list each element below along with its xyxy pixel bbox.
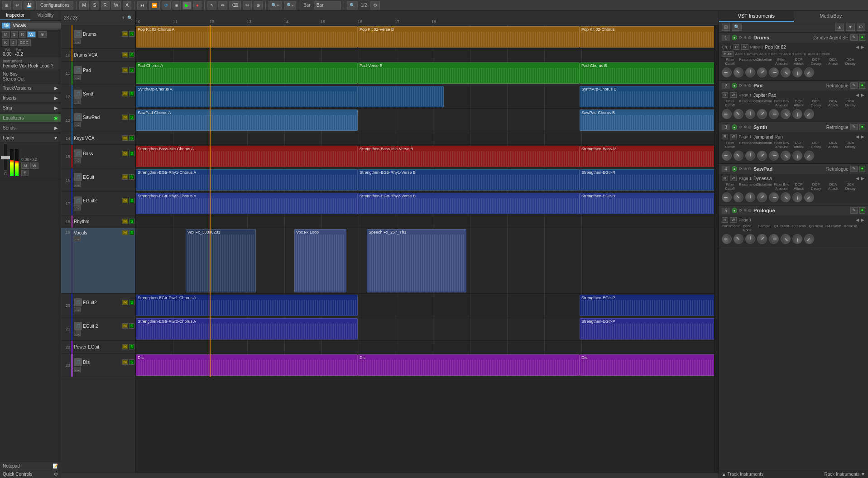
toolbar-glue-btn[interactable]: ⊕ <box>254 1 263 10</box>
vst-power-1[interactable]: ● <box>732 83 737 88</box>
toolbar-mode-s[interactable]: S <box>91 1 99 10</box>
arr-track-power-eguit[interactable] <box>136 341 714 354</box>
clip-2-2[interactable]: Pad-Chorus B <box>580 62 714 84</box>
clip-14-0[interactable]: Dis <box>136 354 358 376</box>
vst-icon-1-1[interactable]: ❄ <box>743 83 747 88</box>
track-extra-btn-6[interactable]: … <box>74 158 81 163</box>
vst-knob-2-6[interactable] <box>792 151 802 161</box>
toolbar-zoom-in[interactable]: 🔍+ <box>269 1 282 10</box>
track-solo-11[interactable]: S <box>129 300 134 305</box>
vst-knob-3-3[interactable] <box>755 190 769 204</box>
vst-icon-0-0[interactable]: ⟳ <box>739 35 743 40</box>
vst-icon-3-1[interactable]: ❄ <box>743 167 747 171</box>
vst-nav-next-1[interactable]: ▶ <box>860 93 865 97</box>
clip-3-2[interactable]: SynthArp-Chorus B <box>580 86 714 107</box>
vst-icon-4-0[interactable]: ⟳ <box>739 208 743 213</box>
clip-2-1[interactable]: Pad-Verse B <box>358 62 580 84</box>
toolbar-undo-btn[interactable]: ↩ <box>13 1 22 10</box>
arr-track-vocals[interactable]: Vox Fx_38038281Vox Fx LoopSpeech Fx_257_… <box>136 228 714 294</box>
arr-track-drums[interactable]: Pop Kit 02-Chorus APop Kit 02-Verse BPop… <box>136 25 714 49</box>
clip-6-0[interactable]: Strengthen-Bass-Mic-Chorus A <box>136 146 358 167</box>
vst-W-btn-3[interactable]: W <box>730 176 737 181</box>
toolbar-cursor-btn[interactable]: ↖ <box>207 1 216 10</box>
vst-knob-3-0[interactable] <box>722 192 732 202</box>
track-extra-btn-14[interactable]: … <box>74 367 81 372</box>
insp-btn-m[interactable]: M <box>2 31 10 38</box>
vst-knob-1-7[interactable] <box>802 107 816 121</box>
vst-active-btn-4[interactable]: ● <box>859 207 865 214</box>
vst-R-btn-4[interactable]: R <box>722 217 728 223</box>
track-list-item-sawpad[interactable]: 13🎵SawPadMS… <box>61 109 135 132</box>
vst-knob-3-7[interactable] <box>802 190 816 204</box>
vst-knob-1-1[interactable] <box>731 107 745 121</box>
vst-add-btn[interactable]: ⊞ <box>722 24 730 31</box>
notepad-header[interactable]: Notepad 📝 <box>0 462 61 470</box>
arr-track-sawpad[interactable]: SawPad-Chorus ASawPad-Chorus B <box>136 109 714 132</box>
track-mute-0[interactable]: M <box>122 31 128 37</box>
vertical-scrollbar[interactable] <box>714 25 719 473</box>
track-mute-3[interactable]: M <box>122 91 128 96</box>
track-list-item-vocals[interactable]: 19VocalsMS… <box>61 228 135 294</box>
track-list-item-bass[interactable]: 15🎵BassMS… <box>61 145 135 168</box>
track-list-item-drums-vca[interactable]: 10Drums VCAMS <box>61 49 135 62</box>
vst-active-btn-1[interactable]: ● <box>859 82 865 89</box>
insp-btn-ccc[interactable]: CCC <box>18 39 31 46</box>
toolbar-scissors-btn[interactable]: ✂ <box>243 1 252 10</box>
track-list-item-rhythm[interactable]: 18RhythmMS <box>61 215 135 228</box>
vst-icon-2-0[interactable]: ⟳ <box>739 125 743 129</box>
arrangement-view[interactable]: Pop Kit 02-Chorus APop Kit 02-Verse BPop… <box>136 25 714 473</box>
clip-12-0[interactable]: Strengthen-EGtr-Pwr2-Chorus A <box>136 318 358 339</box>
track-instruments-label[interactable]: ▲ Track Instruments <box>722 472 763 477</box>
vst-power-4[interactable]: ● <box>732 208 737 213</box>
vst-active-btn-0[interactable]: ● <box>859 34 865 41</box>
inspector-tab-visibility[interactable]: Visibility <box>30 11 61 20</box>
vst-icon-1-0[interactable]: ⟳ <box>739 83 743 88</box>
tab-mediabay[interactable]: MediaBay <box>794 11 868 22</box>
toolbar-transport-cycle[interactable]: ⟳ <box>162 1 171 10</box>
track-list-item-synth[interactable]: 12🎵SynthMS… <box>61 85 135 109</box>
vst-icon-4-2[interactable]: ⊙ <box>748 208 752 213</box>
vst-knob-2-7[interactable] <box>802 148 816 163</box>
vst-knob-1-4[interactable] <box>769 109 779 119</box>
clip-8-2[interactable]: Strengthen-EGtr-R <box>580 193 714 214</box>
sends-header[interactable]: Sends ▶ <box>0 124 61 132</box>
vst-knob-4-7[interactable] <box>802 232 816 246</box>
vst-knob-4-4[interactable] <box>769 234 779 244</box>
vst-knob-2-3[interactable] <box>755 148 769 163</box>
toolbar-transport-record[interactable]: ● <box>193 1 201 10</box>
vst-knob-3-6[interactable] <box>792 192 802 202</box>
strip-header[interactable]: Strip ▶ <box>0 104 61 112</box>
arr-track-eguit2[interactable]: Strengthen-EGtr-Pwr1-Chorus AStrengthen-… <box>136 294 714 317</box>
arr-track-pad[interactable]: Pad-Chorus APad-Verse BPad-Chorus B <box>136 62 714 85</box>
vst-knob-1-3[interactable] <box>755 107 769 121</box>
track-solo-3[interactable]: S <box>129 91 134 96</box>
track-mute-14[interactable]: M <box>122 359 128 365</box>
toolbar-settings-btn[interactable]: ⚙ <box>370 1 380 10</box>
toolbar-transport-play[interactable]: ▶ <box>182 1 192 10</box>
vst-nav-prev-3[interactable]: ◀ <box>855 176 860 181</box>
vst-edit-btn-1[interactable]: ✎ <box>850 82 858 89</box>
vst-power-3[interactable]: ● <box>732 166 737 172</box>
track-mute-7[interactable]: M <box>122 174 128 180</box>
inspector-tab-inspector[interactable]: Inspector <box>0 11 30 20</box>
vst-R-btn-1[interactable]: R <box>722 92 728 98</box>
vst-icon-3-2[interactable]: ⊙ <box>748 167 752 171</box>
vst-knob-1-6[interactable] <box>792 109 802 119</box>
vst-nav-prev-0[interactable]: ◀ <box>855 45 860 49</box>
track-mute-4[interactable]: M <box>122 115 128 120</box>
track-mute-1[interactable]: M <box>122 52 128 57</box>
vst-knob-2-0[interactable] <box>722 151 732 161</box>
track-solo-10[interactable]: S <box>129 230 134 235</box>
vst-knob-1-5[interactable] <box>778 107 792 121</box>
vst-edit-btn-2[interactable]: ✎ <box>850 124 858 130</box>
vst-nav-next-3[interactable]: ▶ <box>860 176 865 181</box>
vst-knob-0-7[interactable] <box>802 65 816 79</box>
vst-nav-next-2[interactable]: ▶ <box>860 134 865 139</box>
vst-icon-1-2[interactable]: ⊙ <box>748 83 752 88</box>
arr-track-eguit-2[interactable]: Strengthen-EGtr-Pwr2-Chorus AStrengthen-… <box>136 317 714 341</box>
vst-knob-0-0[interactable] <box>722 67 732 77</box>
track-versions-header[interactable]: TrackVersions ▶ <box>0 84 61 92</box>
track-extra-btn-8[interactable]: … <box>74 205 81 210</box>
track-solo-4[interactable]: S <box>129 115 134 120</box>
vst-knob-3-5[interactable] <box>778 190 792 204</box>
